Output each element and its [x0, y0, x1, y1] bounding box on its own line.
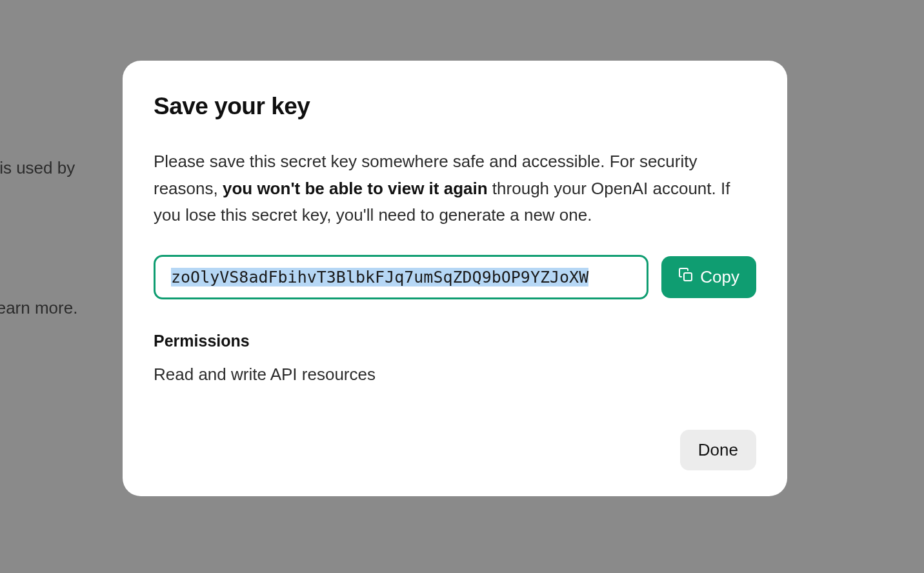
copy-button[interactable]: Copy	[661, 256, 756, 298]
background-text-fragment: to learn more.	[0, 296, 77, 321]
permissions-heading: Permissions	[154, 332, 756, 350]
permissions-text: Read and write API resources	[154, 365, 756, 385]
svg-rect-0	[684, 273, 692, 281]
key-row: zoOlyVS8adFbihvT3BlbkFJq7umSqZDQ9bOP9YZJ…	[154, 255, 756, 299]
api-key-field[interactable]: zoOlyVS8adFbihvT3BlbkFJq7umSqZDQ9bOP9YZJ…	[154, 255, 648, 299]
modal-description-bold: you won't be able to view it again	[223, 179, 488, 198]
modal-description: Please save this secret key somewhere sa…	[154, 148, 756, 229]
copy-icon	[678, 267, 694, 287]
background-text-fragment: tion is used by	[0, 156, 75, 181]
done-button[interactable]: Done	[680, 430, 756, 470]
modal-title: Save your key	[154, 93, 756, 120]
modal-footer: Done	[154, 430, 756, 470]
copy-button-label: Copy	[700, 267, 739, 287]
save-key-modal: Save your key Please save this secret ke…	[123, 61, 787, 496]
api-key-value: zoOlyVS8adFbihvT3BlbkFJq7umSqZDQ9bOP9YZJ…	[171, 268, 588, 286]
